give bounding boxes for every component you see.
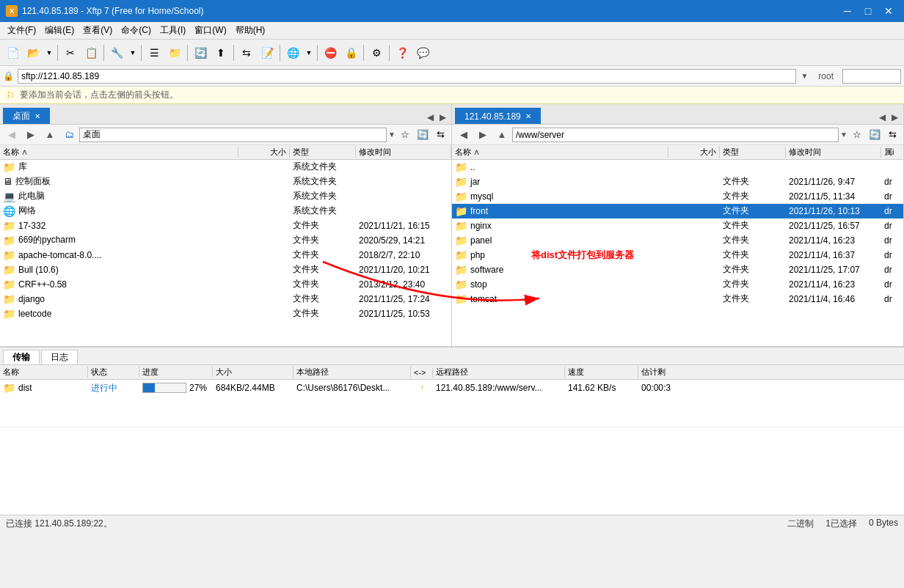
right-panel-next-arrow[interactable]: ▶	[889, 112, 900, 122]
right-up-button[interactable]: ▲	[493, 127, 511, 143]
title-bar: X 121.40.85.189 - Xftp 7 (Free for Home/…	[0, 0, 904, 22]
menu-window[interactable]: 窗口(W)	[190, 23, 230, 38]
left-forward-button[interactable]: ▶	[22, 127, 40, 143]
folder-icon: 📁	[455, 235, 467, 246]
menu-command[interactable]: 命令(C)	[117, 23, 156, 38]
open-dropdown[interactable]: ▼	[44, 43, 54, 62]
right-file-row-stop[interactable]: 📁stop 文件夹 2021/11/4, 16:23 dr	[452, 277, 903, 292]
left-header-type[interactable]: 类型	[290, 147, 356, 158]
left-header-date[interactable]: 修改时间	[356, 147, 451, 158]
left-header-name[interactable]: 名称 ∧	[0, 147, 238, 158]
transfer-row-dist[interactable]: 📁 dist 进行中 27% 684KB/2.44MB C:\Users\861…	[0, 380, 904, 396]
right-back-button[interactable]: ◀	[455, 127, 473, 143]
left-tab-close[interactable]: ✕	[34, 112, 40, 120]
right-header-attr[interactable]: 属i	[881, 147, 903, 158]
left-up-button[interactable]: ▲	[41, 127, 59, 143]
root-label: root	[812, 71, 839, 81]
transfer-tab-transfer[interactable]: 传输	[3, 350, 40, 364]
right-nav-sync[interactable]: ⇆	[884, 127, 900, 143]
left-nav-star[interactable]: ☆	[397, 127, 413, 143]
right-file-list-header: 名称 ∧ 大小 类型 修改时间 属i	[452, 145, 903, 160]
hint-icon: ⚐	[6, 89, 15, 101]
lock-button[interactable]: 🔒	[341, 43, 360, 62]
folder-button[interactable]: 📁	[165, 43, 184, 62]
left-nav-refresh[interactable]: 🔄	[415, 127, 431, 143]
right-file-row-front[interactable]: 📁front 文件夹 2021/11/26, 10:13 dr	[452, 204, 903, 218]
maximize-button[interactable]: □	[859, 4, 878, 18]
right-panel-tab[interactable]: 121.40.85.189 ✕	[455, 108, 541, 124]
properties-button[interactable]: 🔧	[107, 43, 126, 62]
right-header-date[interactable]: 修改时间	[786, 147, 881, 158]
sync-button[interactable]: 🔄	[191, 43, 210, 62]
left-file-row-669pycharm[interactable]: 📁669的pycharm 文件夹 2020/5/29, 14:21	[0, 233, 451, 248]
menu-view[interactable]: 查看(V)	[79, 23, 117, 38]
left-file-row-network[interactable]: 🌐网络 系统文件夹	[0, 204, 451, 218]
address-dropdown[interactable]: ▼	[799, 70, 809, 81]
right-header-size[interactable]: 大小	[668, 147, 720, 158]
transfer-button[interactable]: ⇆	[237, 43, 256, 62]
globe-icon-btn[interactable]: 🌐	[283, 43, 302, 62]
left-file-row-django[interactable]: 📁django 文件夹 2021/11/25, 17:24	[0, 292, 451, 306]
left-nav-sync[interactable]: ⇆	[432, 127, 448, 143]
copy-button[interactable]: 📋	[81, 43, 101, 62]
left-file-row-bull[interactable]: 📁Bull (10.6) 文件夹 2021/11/20, 10:21	[0, 262, 451, 277]
right-nav-star[interactable]: ☆	[849, 127, 865, 143]
props-dropdown[interactable]: ▼	[128, 43, 138, 62]
right-header-name[interactable]: 名称 ∧	[452, 147, 668, 158]
extra-space	[0, 427, 904, 515]
left-file-row-tomcat[interactable]: 📁apache-tomcat-8.0.... 文件夹 2018/2/7, 22:…	[0, 248, 451, 262]
right-nav-refresh[interactable]: 🔄	[867, 127, 883, 143]
left-file-row-controlpanel[interactable]: 🖥控制面板 系统文件夹	[0, 174, 451, 189]
menu-file[interactable]: 文件(F)	[3, 23, 40, 38]
stop-button[interactable]: ⛔	[321, 43, 340, 62]
file-button[interactable]: 📝	[258, 43, 277, 62]
address-input[interactable]	[18, 69, 796, 84]
left-file-row-thispc[interactable]: 💻此电脑 系统文件夹	[0, 189, 451, 204]
chat-button[interactable]: 💬	[413, 43, 432, 62]
right-file-row-software[interactable]: 📁software 文件夹 2021/11/25, 17:07 dr	[452, 262, 903, 277]
close-button[interactable]: ✕	[879, 4, 898, 18]
menu-edit[interactable]: 编辑(E)	[40, 23, 79, 38]
right-path-dropdown[interactable]: ▼	[840, 131, 848, 139]
left-path-dropdown[interactable]: ▼	[388, 131, 396, 139]
new-session-button[interactable]: 📄	[3, 43, 22, 62]
right-file-row-nginx[interactable]: 📁nginx 文件夹 2021/11/25, 16:57 dr	[452, 218, 903, 233]
right-panel-prev-arrow[interactable]: ◀	[877, 112, 888, 122]
right-file-row-tomcat[interactable]: 📁tomcat 文件夹 2021/11/4, 16:46 dr	[452, 292, 903, 306]
right-forward-button[interactable]: ▶	[474, 127, 492, 143]
left-panel-prev-arrow[interactable]: ◀	[425, 112, 436, 122]
globe-dropdown[interactable]: ▼	[304, 43, 314, 62]
settings-button[interactable]: ⚙	[367, 43, 386, 62]
right-file-row-mysql[interactable]: 📁mysql 文件夹 2021/11/5, 11:34 dr	[452, 189, 903, 204]
left-panel-tab[interactable]: 桌面 ✕	[3, 108, 50, 124]
right-file-row-dotdot[interactable]: 📁..	[452, 160, 903, 174]
left-panel-next-arrow[interactable]: ▶	[437, 112, 448, 122]
right-file-row-php[interactable]: 📁php 文件夹 2021/11/4, 16:37 dr	[452, 248, 903, 262]
status-binary: 二进制	[787, 518, 814, 530]
left-file-row-ku[interactable]: 📁库 系统文件夹	[0, 160, 451, 174]
right-file-row-jar[interactable]: 📁jar 文件夹 2021/11/26, 9:47 dr	[452, 174, 903, 189]
left-header-size[interactable]: 大小	[238, 147, 290, 158]
left-file-row-leetcode[interactable]: 📁leetcode 文件夹 2021/11/25, 10:53	[0, 306, 451, 321]
left-file-row-crf[interactable]: 📁CRF++-0.58 文件夹 2013/2/12, 23:40	[0, 277, 451, 292]
menu-tools[interactable]: 工具(I)	[156, 23, 190, 38]
right-path-input[interactable]	[512, 128, 839, 142]
right-tab-close[interactable]: ✕	[525, 112, 531, 120]
transfer-est: 00:00:3	[638, 383, 904, 393]
view-button[interactable]: ☰	[145, 43, 164, 62]
cut-button[interactable]: ✂	[61, 43, 80, 62]
toolbar-separator-4	[187, 45, 188, 61]
transfer-tab-log[interactable]: 日志	[41, 350, 78, 364]
minimize-button[interactable]: ─	[838, 4, 857, 18]
left-path-input[interactable]	[79, 128, 387, 142]
right-header-type[interactable]: 类型	[720, 147, 786, 158]
left-panel-tabbar: 桌面 ✕ ◀ ▶	[0, 104, 451, 125]
password-input[interactable]	[842, 69, 901, 84]
open-button[interactable]: 📂	[23, 43, 43, 62]
left-file-row-17332[interactable]: 📁17-332 文件夹 2021/11/21, 16:15	[0, 218, 451, 233]
help-button[interactable]: ❓	[393, 43, 412, 62]
right-file-row-panel[interactable]: 📁panel 文件夹 2021/11/4, 16:23 dr	[452, 233, 903, 248]
menu-help[interactable]: 帮助(H)	[231, 23, 270, 38]
left-back-button[interactable]: ◀	[3, 127, 21, 143]
up-button[interactable]: ⬆	[211, 43, 230, 62]
